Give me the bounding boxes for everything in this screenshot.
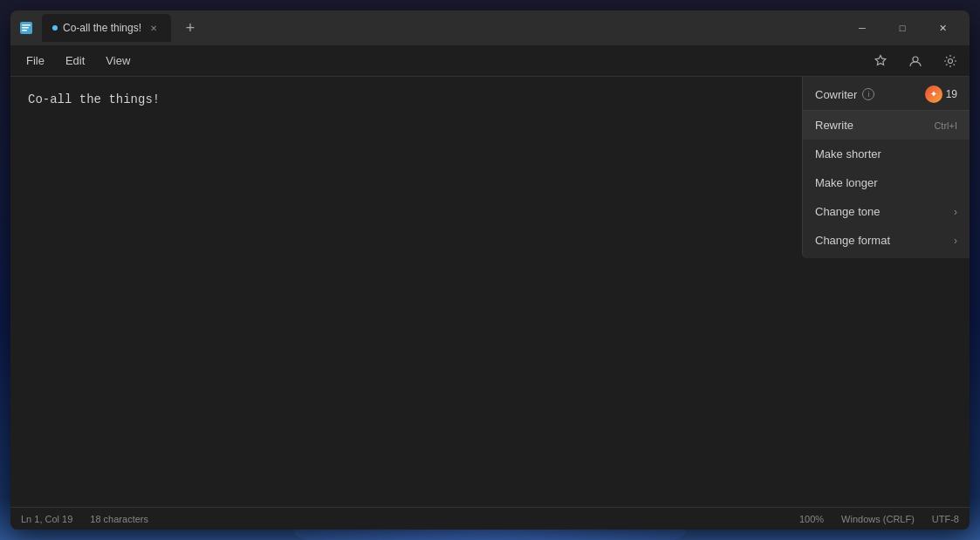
rewrite-shortcut: Ctrl+I [934, 120, 957, 131]
cowriter-make-longer-label: Make longer [815, 176, 878, 189]
menu-bar: File Edit View [10, 45, 970, 77]
favorites-button[interactable] [868, 49, 893, 73]
encoding[interactable]: UTF-8 [932, 514, 959, 524]
cowriter-change-tone-label: Change tone [815, 205, 880, 218]
svg-rect-2 [22, 27, 29, 29]
current-tab[interactable]: Co-all the things! ✕ [42, 14, 171, 42]
line-ending[interactable]: Windows (CRLF) [841, 514, 915, 524]
cowriter-label: Cowriter [815, 88, 857, 101]
zoom-level[interactable]: 100% [799, 514, 824, 524]
cowriter-make-longer-item[interactable]: Make longer [803, 168, 970, 197]
cowriter-rewrite-item[interactable]: Rewrite Ctrl+I [803, 111, 970, 140]
menu-view[interactable]: View [97, 51, 139, 71]
menu-edit[interactable]: Edit [57, 51, 93, 71]
cowriter-change-format-label: Change format [815, 234, 890, 247]
editor-content: Co-all the things! [28, 92, 160, 106]
tab-title: Co-all the things! [63, 22, 141, 34]
menu-bar-right [868, 49, 963, 73]
cowriter-make-shorter-label: Make shorter [815, 147, 881, 161]
menu-items: File Edit View [17, 51, 139, 71]
svg-rect-1 [22, 24, 31, 26]
char-count: 18 characters [90, 514, 148, 524]
svg-rect-3 [22, 30, 27, 31]
tab-modified-dot [52, 25, 58, 31]
new-tab-button[interactable]: + [178, 16, 202, 40]
status-right: 100% Windows (CRLF) UTF-8 [799, 514, 959, 524]
change-format-chevron-icon: › [954, 235, 957, 247]
cowriter-title: Cowriter i [815, 88, 874, 101]
cursor-position: Ln 1, Col 19 [21, 514, 72, 524]
cowriter-info-button[interactable]: i [862, 88, 874, 100]
tab-close-button[interactable]: ✕ [147, 21, 161, 35]
svg-point-5 [949, 58, 953, 63]
profile-button[interactable] [903, 49, 928, 73]
cowriter-rewrite-label: Rewrite [815, 119, 853, 132]
settings-button[interactable] [938, 49, 963, 73]
title-bar-left: Co-all the things! ✕ + [17, 14, 842, 42]
status-bar: Ln 1, Col 19 18 characters 100% Windows … [10, 507, 970, 530]
cowriter-change-format-item[interactable]: Change format › [803, 226, 970, 255]
menu-file[interactable]: File [17, 51, 53, 71]
credits-avatar: ✦ [925, 85, 942, 103]
maximize-button[interactable]: □ [882, 14, 922, 42]
cowriter-header: Cowriter i ✦ 19 [803, 77, 970, 111]
credits-count: 19 [946, 88, 957, 100]
svg-point-4 [913, 57, 918, 62]
cowriter-change-tone-item[interactable]: Change tone › [803, 197, 970, 226]
content-area: Co-all the things! Cowriter i ✦ 19 Rewri… [10, 77, 970, 507]
notepad-window: Co-all the things! ✕ + ─ □ ✕ File Edit V… [10, 10, 970, 530]
title-bar: Co-all the things! ✕ + ─ □ ✕ [10, 10, 970, 45]
window-controls: ─ □ ✕ [842, 14, 963, 42]
close-button[interactable]: ✕ [922, 14, 963, 42]
change-tone-chevron-icon: › [954, 206, 957, 218]
cowriter-panel: Cowriter i ✦ 19 Rewrite Ctrl+I Make shor… [802, 77, 970, 258]
app-icon [17, 19, 35, 37]
minimize-button[interactable]: ─ [842, 14, 882, 42]
cowriter-make-shorter-item[interactable]: Make shorter [803, 140, 970, 168]
cowriter-credits: ✦ 19 [925, 85, 957, 103]
